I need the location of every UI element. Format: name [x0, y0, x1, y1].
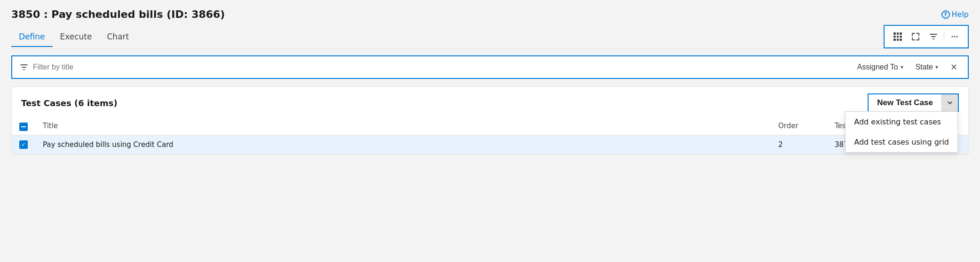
more-icon — [950, 32, 959, 41]
row-order: 2 — [771, 135, 827, 154]
tab-chart[interactable]: Chart — [99, 27, 136, 47]
state-dropdown[interactable]: State ▾ — [911, 61, 943, 74]
test-cases-table: Title Order Test Case Id Assigned To — [12, 117, 968, 154]
table-header-row: Title Order Test Case Id Assigned To — [12, 117, 968, 135]
state-chevron: ▾ — [935, 64, 938, 70]
help-label: Help — [952, 10, 969, 19]
header-row: 3850 : Pay scheduled bills (ID: 3866) ? … — [11, 8, 969, 20]
page-title: 3850 : Pay scheduled bills (ID: 3866) — [11, 8, 225, 20]
filter-bar-icon — [20, 63, 28, 71]
icon-separator — [944, 31, 944, 42]
th-order: Order — [771, 117, 827, 135]
filter-icon — [929, 32, 938, 41]
tab-execute[interactable]: Execute — [53, 27, 100, 47]
test-cases-section: Test Cases (6 items) New Test Case Add e… — [11, 86, 969, 154]
help-icon: ? — [941, 10, 950, 19]
row-checkbox[interactable]: ✓ — [19, 140, 28, 149]
filter-bar: Assigned To ▾ State ▾ ✕ — [11, 55, 969, 79]
filter-dropdowns: Assigned To ▾ State ▾ ✕ — [853, 60, 960, 74]
test-cases-header: Test Cases (6 items) New Test Case Add e… — [12, 87, 968, 117]
test-cases-title: Test Cases (6 items) — [21, 98, 118, 108]
add-existing-test-cases[interactable]: Add existing test cases — [846, 112, 957, 132]
filter-button[interactable] — [925, 29, 942, 45]
toolbar-row: Define Execute Chart — [11, 25, 969, 49]
table-row[interactable]: ✓ Pay scheduled bills using Credit Card … — [12, 135, 968, 154]
new-test-case-group: New Test Case Add existing test cases Ad… — [868, 93, 959, 112]
select-all-checkbox[interactable] — [19, 123, 28, 131]
help-link[interactable]: ? Help — [941, 10, 969, 19]
new-test-case-button[interactable]: New Test Case — [869, 94, 941, 111]
new-test-case-dropdown-button[interactable] — [941, 94, 958, 111]
filter-input[interactable] — [33, 63, 848, 71]
assigned-to-chevron: ▾ — [901, 64, 903, 70]
filter-clear-button[interactable]: ✕ — [948, 60, 960, 74]
assigned-to-label: Assigned To — [857, 63, 898, 71]
th-title: Title — [35, 117, 771, 135]
grid-view-button[interactable] — [889, 29, 906, 45]
add-test-cases-using-grid[interactable]: Add test cases using grid — [846, 132, 957, 152]
new-test-case-menu: Add existing test cases Add test cases u… — [845, 111, 958, 153]
svg-point-1 — [954, 36, 956, 38]
main-container: 3850 : Pay scheduled bills (ID: 3866) ? … — [0, 0, 980, 262]
tab-define[interactable]: Define — [11, 27, 53, 47]
tabs: Define Execute Chart — [11, 27, 136, 46]
row-checkbox-cell: ✓ — [12, 135, 35, 154]
svg-point-2 — [956, 36, 958, 38]
row-title: Pay scheduled bills using Credit Card — [35, 135, 771, 154]
expand-icon — [911, 32, 920, 41]
toolbar-icons-box — [884, 25, 969, 48]
state-label: State — [916, 63, 933, 71]
dropdown-chevron-icon — [947, 100, 953, 106]
expand-button[interactable] — [907, 29, 924, 45]
svg-point-0 — [952, 36, 953, 38]
assigned-to-dropdown[interactable]: Assigned To ▾ — [853, 61, 908, 74]
grid-icon — [893, 32, 902, 41]
th-checkbox — [12, 117, 35, 135]
more-options-button[interactable] — [946, 29, 963, 45]
